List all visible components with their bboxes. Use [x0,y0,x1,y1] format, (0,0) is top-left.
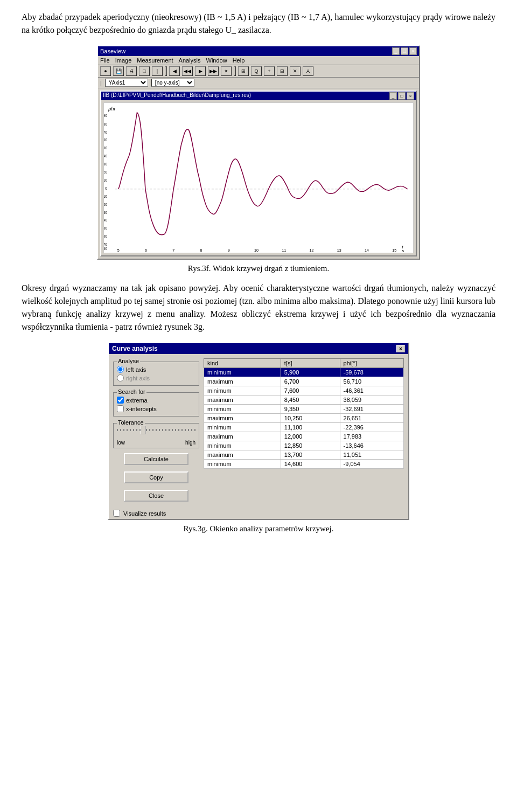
tolerance-slider[interactable] [117,429,195,438]
toolbar-btn-sep1 [165,66,167,76]
extrema-checkbox[interactable] [117,397,124,404]
inner-minimize-btn[interactable]: _ [389,92,397,100]
osc-menu-analysis[interactable]: Analysis [179,57,201,64]
dialog-right-panel: kind t[s] phi[°] minimum5,900-59,678maxi… [204,358,404,503]
toolbar-btn-2[interactable]: 💾 [113,66,124,76]
toolbar-btn-16[interactable]: A [303,66,313,76]
cell-kind: maximum [204,450,281,460]
osc-menu-window[interactable]: Window [206,57,227,64]
table-row[interactable]: minimum14,600-9,054 [204,460,404,469]
cell-kind: minimum [204,460,281,469]
table-row[interactable]: minimum11,100-22,396 [204,423,404,432]
toolbar-btn-5[interactable]: | [152,66,163,76]
calculate-button[interactable]: Calculate [124,453,188,465]
extrema-label: extrema [126,397,148,404]
cell-kind: minimum [204,423,281,432]
close-button[interactable]: Close [124,490,188,502]
osc-yaxis-select[interactable]: YAxis1 [105,79,148,87]
toolbar-btn-13[interactable]: + [264,66,275,76]
cell-phi: 38,059 [340,395,403,405]
x-intercepts-checkbox[interactable] [117,405,124,412]
toolbar-btn-12[interactable]: Q [251,66,262,76]
toolbar-btn-7[interactable]: ◀◀ [182,66,193,76]
cell-kind: minimum [204,441,281,450]
table-row[interactable]: maximum12,00017,983 [204,432,404,441]
chart-area: phi 90 80 70 60 50 40 30 20 10 0 -10 -20… [103,102,414,253]
tolerance-group-label: Tolerance [117,419,145,426]
toolbar-btn-4[interactable]: □ [139,66,150,76]
svg-text:60: 60 [104,138,107,142]
svg-text:f: f [402,245,403,249]
toolbar-btn-1[interactable]: ● [100,66,111,76]
table-row[interactable]: maximum13,70011,051 [204,450,404,460]
svg-text:12: 12 [309,248,313,252]
inner-maximize-btn[interactable]: □ [398,92,406,100]
osc-menu-help[interactable]: Help [233,57,245,64]
table-row[interactable]: maximum10,25026,651 [204,414,404,423]
dialog-footer: Visualize results [109,508,408,519]
curve-analysis-dialog: Curve analysis × Analyse left axis right… [108,342,409,520]
svg-text:-70: -70 [104,242,107,246]
cell-phi: 17,983 [340,432,403,441]
toolbar-btn-9[interactable]: ▶▶ [208,66,219,76]
cell-phi: -22,396 [340,423,403,432]
intro-paragraph: Aby zbadać przypadek aperiodyczny (nieok… [22,11,495,37]
svg-text:14: 14 [365,248,369,252]
right-axis-radio[interactable] [117,374,124,381]
cell-kind: minimum [204,386,281,395]
tolerance-high-label: high [185,440,195,446]
cell-t: 9,350 [281,405,340,414]
svg-text:13: 13 [337,248,341,252]
inner-close-btn[interactable]: × [407,92,414,100]
svg-text:20: 20 [104,170,107,174]
figure-2-container: Curve analysis × Analyse left axis right… [22,342,495,533]
toolbar-btn-14[interactable]: ⊟ [277,66,288,76]
dialog-title: Curve analysis [112,345,158,352]
toolbar-btn-11[interactable]: ⊞ [238,66,249,76]
visualize-checkbox[interactable] [113,510,120,517]
osc-inner-title: IIB (D:\LIP\PVM_Pendel\Handbuch_Bilder\D… [103,92,251,100]
osc-menu-measurement[interactable]: Measurement [137,57,173,64]
search-group: Search for extrema x-intercepts [113,392,199,417]
toolbar-btn-10[interactable]: ✦ [221,66,232,76]
cell-phi: -59,678 [340,368,403,377]
table-row[interactable]: minimum9,350-32,691 [204,405,404,414]
table-row[interactable]: minimum5,900-59,678 [204,368,404,377]
tolerance-group: Tolerance low high [113,423,199,448]
cell-phi: 26,651 [340,414,403,423]
left-axis-radio[interactable] [117,366,124,373]
osc-close-btn[interactable]: × [409,47,417,55]
cell-phi: 11,051 [340,450,403,460]
svg-text:-20: -20 [104,203,107,206]
toolbar-btn-8[interactable]: ▶ [195,66,206,76]
osc-maximize-btn[interactable]: □ [401,47,408,55]
svg-text:40: 40 [104,154,107,158]
table-row[interactable]: minimum7,600-46,361 [204,386,404,395]
extrema-option: extrema [117,397,195,404]
tolerance-track [117,429,195,431]
osc-menu-image[interactable]: Image [115,57,132,64]
dialog-close-btn[interactable]: × [396,345,405,352]
osc-menu-file[interactable]: File [100,57,110,64]
svg-text:-10: -10 [104,195,107,198]
osc-xaxis-select[interactable]: [no y-axis] [151,79,194,87]
analyse-group-label: Analyse [117,358,140,364]
table-row[interactable]: minimum12,850-13,646 [204,441,404,450]
copy-button[interactable]: Copy [124,471,188,483]
toolbar-btn-6[interactable]: ◀ [169,66,180,76]
osc-axis-bar: | YAxis1 [no y-axis] [98,78,419,88]
dialog-titlebar: Curve analysis × [109,343,408,354]
cell-kind: maximum [204,377,281,386]
right-axis-label: right axis [126,375,150,381]
tolerance-thumb[interactable] [141,426,146,434]
table-row[interactable]: maximum8,45038,059 [204,395,404,405]
svg-text:-60: -60 [104,234,107,238]
dialog-body: Analyse left axis right axis Search for [109,354,408,508]
toolbar-btn-3[interactable]: 🖨 [126,66,137,76]
table-row[interactable]: maximum6,70056,710 [204,377,404,386]
osc-minimize-btn[interactable]: _ [392,47,400,55]
svg-text:10: 10 [104,178,107,182]
svg-text:5: 5 [117,248,120,252]
toolbar-btn-15[interactable]: ✕ [290,66,301,76]
cell-t: 7,600 [281,386,340,395]
